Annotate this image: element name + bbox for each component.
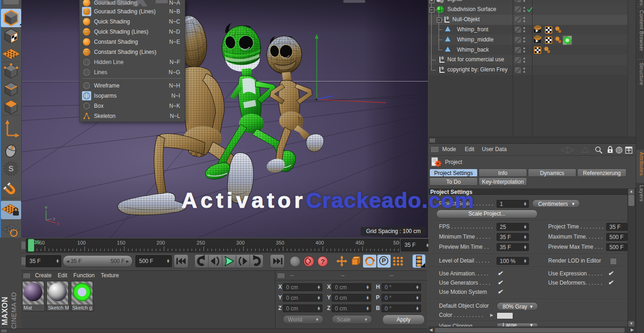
svg-text:150: 150 xyxy=(117,240,125,245)
svg-text:100: 100 xyxy=(77,240,86,245)
svg-text:200: 200 xyxy=(157,240,165,245)
svg-text:350: 350 xyxy=(276,240,284,245)
svg-text:400: 400 xyxy=(316,240,324,245)
svg-text:50: 50 xyxy=(39,240,45,245)
svg-text:300: 300 xyxy=(236,240,245,245)
svg-text:500: 500 xyxy=(393,240,399,245)
svg-text:450: 450 xyxy=(356,240,364,245)
svg-text:X: X xyxy=(57,222,59,226)
svg-text:250: 250 xyxy=(197,240,205,245)
svg-text:S: S xyxy=(8,164,13,173)
svg-text:Y: Y xyxy=(45,205,47,210)
svg-text:Z: Z xyxy=(53,217,55,221)
